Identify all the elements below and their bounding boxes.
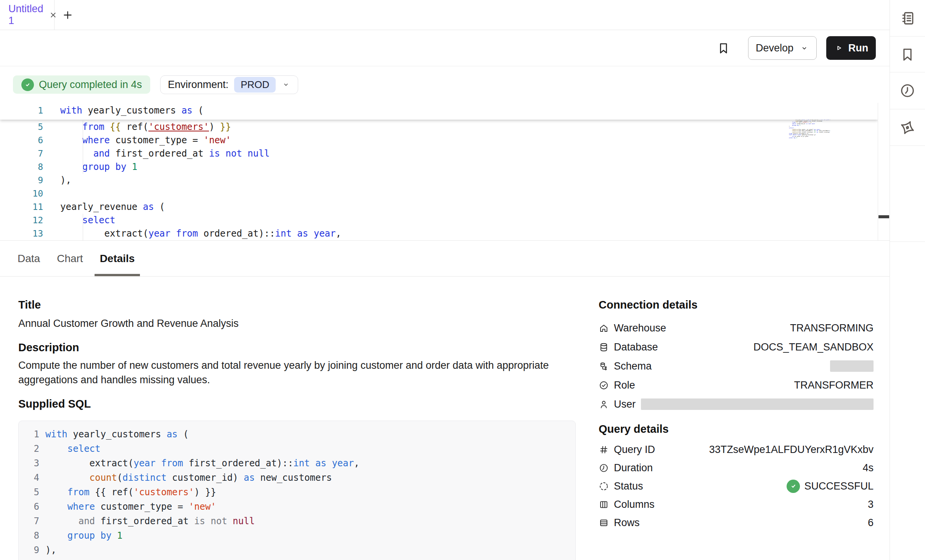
scrollbar-thumb[interactable]	[878, 215, 889, 218]
tab-untitled-1[interactable]: Untitled 1	[0, 0, 55, 30]
details-panel: Title Annual Customer Growth and Revenue…	[0, 277, 890, 560]
sidebar-item-history[interactable]	[890, 72, 925, 109]
redacted-value	[641, 398, 874, 410]
query-status-text: Query completed in 4s	[39, 79, 142, 91]
description-value: Compute the number of new customers and …	[18, 358, 550, 387]
row-value: TRANSFORMER	[794, 379, 874, 391]
close-tab-icon[interactable]	[48, 10, 58, 20]
editor-line[interactable]: 11yearly_revenue as (	[0, 200, 878, 214]
query-row-rows: Rows6	[599, 514, 874, 532]
connection-row-user: User	[599, 395, 874, 414]
connection-details-rows: WarehouseTRANSFORMINGDatabaseDOCS_TEAM_S…	[599, 318, 874, 414]
bookmark-icon	[899, 46, 916, 63]
user-icon	[599, 399, 609, 410]
editor-line[interactable]: 8 group by 1	[0, 160, 878, 174]
editor-line[interactable]: 10	[0, 187, 878, 200]
status-row: Query completed in 4s Environment: PROD	[0, 66, 890, 103]
sql-line: 5 from {{ ref('customers') }}	[28, 485, 575, 499]
editor-sticky-line: 1with yearly_customers as (	[0, 103, 878, 120]
chevron-down-icon	[800, 43, 809, 53]
editor-line[interactable]: 7 and first_ordered_at is not null	[0, 147, 878, 160]
notebook-icon	[899, 10, 916, 27]
warehouse-icon	[599, 323, 609, 333]
query-row-query-id: Query ID33TZseWpe1ALFDUYerxR1gVKxbv	[599, 440, 874, 459]
clock-icon	[599, 463, 609, 473]
connection-row-role: RoleTRANSFORMER	[599, 376, 874, 395]
editor-line[interactable]: 6 where customer_type = 'new'	[0, 134, 878, 147]
tab-chart[interactable]: Chart	[56, 241, 84, 276]
role-icon	[599, 380, 609, 390]
editor-minimap[interactable]: with yearly_customers as ( select extrac…	[789, 104, 865, 239]
row-value: 4s	[862, 462, 874, 474]
editor-line[interactable]: 5 from {{ ref('customers') }}	[0, 120, 878, 134]
supplied-sql-heading: Supplied SQL	[18, 397, 576, 411]
query-row-duration: Duration4s	[599, 459, 874, 477]
query-status-badge: Query completed in 4s	[13, 75, 150, 94]
chevron-down-icon	[281, 80, 291, 89]
database-icon	[599, 342, 609, 352]
play-icon	[834, 43, 844, 53]
row-label: Status	[614, 480, 643, 492]
indent-guide	[83, 120, 83, 174]
sql-line: 1with yearly_customers as (	[28, 427, 575, 442]
description-heading: Description	[18, 341, 576, 354]
row-label: Schema	[614, 360, 652, 372]
row-label: Warehouse	[614, 322, 666, 334]
editor-scrollbar[interactable]	[878, 103, 890, 240]
query-details-heading: Query details	[599, 422, 874, 436]
title-value: Annual Customer Growth and Revenue Analy…	[18, 316, 576, 331]
row-label: Query ID	[614, 444, 655, 456]
query-details-rows: Query ID33TZseWpe1ALFDUYerxR1gVKxbvDurat…	[599, 440, 874, 532]
sidebar-item-notebook[interactable]	[890, 0, 925, 37]
row-value: 3	[868, 499, 874, 510]
title-heading: Title	[18, 298, 576, 312]
environment-label: Environment:	[168, 79, 228, 91]
new-tab-button[interactable]	[61, 0, 74, 30]
editor-line[interactable]: 13 extract(year from ordered_at)::int as…	[0, 227, 878, 240]
sql-line: 6 where customer_type = 'new'	[28, 499, 575, 514]
connection-details-heading: Connection details	[599, 298, 874, 312]
sidebar-item-bookmarks[interactable]	[890, 37, 925, 72]
tab-title: Untitled 1	[8, 3, 43, 27]
bookmark-icon[interactable]	[716, 41, 731, 55]
sql-line: 3 extract(year from first_ordered_at)::i…	[28, 456, 575, 470]
app-root: Untitled 1 Develop Run Query completed i…	[0, 0, 925, 560]
tab-data[interactable]: Data	[17, 241, 41, 276]
sql-editor[interactable]: 5 from {{ ref('customers') }}6 where cus…	[0, 103, 890, 241]
connection-row-warehouse: WarehouseTRANSFORMING	[599, 318, 874, 338]
hash-icon	[599, 445, 609, 455]
details-left-column: Title Annual Customer Growth and Revenue…	[0, 277, 595, 560]
sidebar-item-assistant[interactable]	[890, 109, 925, 146]
row-value: TRANSFORMING	[790, 322, 874, 334]
schema-icon	[599, 361, 609, 371]
right-sidebar	[890, 0, 925, 560]
editor-line[interactable]: 12 select	[0, 214, 878, 227]
query-row-status: StatusSUCCESSFUL	[599, 477, 874, 495]
sql-line: 4 count(distinct customer_id) as new_cus…	[28, 470, 575, 485]
indent-guide	[83, 214, 83, 240]
query-row-columns: Columns3	[599, 495, 874, 514]
status-value: SUCCESSFUL	[787, 480, 874, 493]
row-value: 6	[868, 517, 874, 529]
run-label: Run	[848, 42, 868, 54]
success-check-icon	[787, 480, 800, 493]
row-label: Role	[614, 379, 635, 391]
row-label: Duration	[614, 462, 653, 474]
result-tabs: DataChartDetails	[0, 241, 890, 277]
environment-selector[interactable]: Environment: PROD	[160, 75, 298, 94]
sparkle-compass-icon	[899, 119, 916, 136]
develop-label: Develop	[756, 42, 793, 54]
develop-dropdown[interactable]: Develop	[748, 36, 817, 60]
run-button[interactable]: Run	[826, 36, 876, 60]
row-label: User	[614, 398, 636, 410]
success-check-icon	[21, 78, 34, 91]
editor-line[interactable]: 9),	[0, 174, 878, 187]
editor-lines[interactable]: 5 from {{ ref('customers') }}6 where cus…	[0, 120, 878, 240]
row-label: Database	[614, 341, 658, 353]
tab-details[interactable]: Details	[99, 241, 136, 276]
sql-line: 2 select	[28, 442, 575, 456]
rows-icon	[599, 518, 609, 528]
sidebar-spacer	[890, 146, 925, 242]
supplied-sql-block: 1with yearly_customers as (2 select3 ext…	[18, 421, 576, 560]
row-value: 33TZseWpe1ALFDUYerxR1gVKxbv	[709, 444, 874, 456]
